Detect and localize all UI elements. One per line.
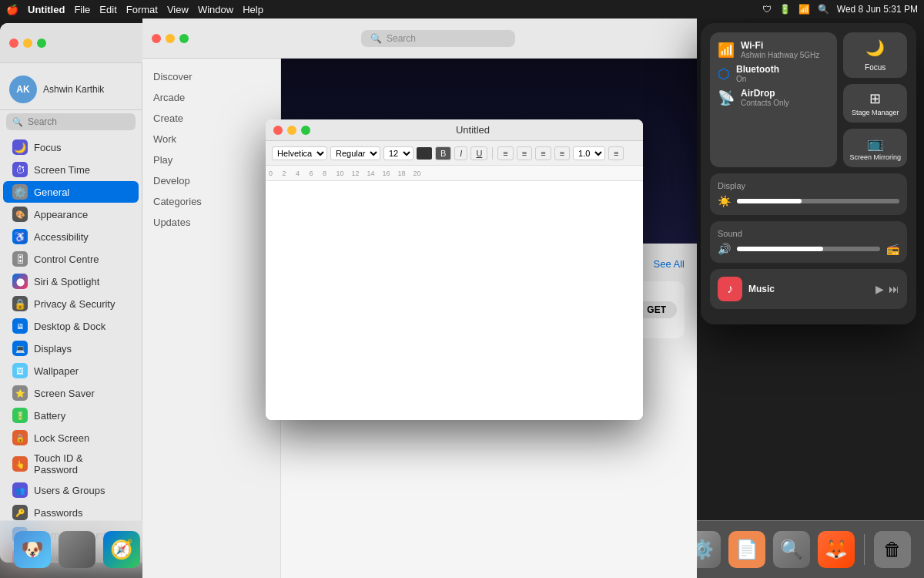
textedit-titlebar: Untitled xyxy=(266,119,643,141)
menu-file[interactable]: File xyxy=(74,4,90,15)
as-sidebar-updates[interactable]: Updates xyxy=(142,212,280,233)
textedit-minimize[interactable] xyxy=(287,126,296,135)
cc-airdrop-row[interactable]: 📡 AirDrop Contacts Only xyxy=(718,88,829,107)
as-sidebar-categories[interactable]: Categories xyxy=(142,191,280,212)
as-search-container[interactable]: 🔍 Search xyxy=(361,30,515,47)
sidebar-item-desktop[interactable]: 🖥 Desktop & Dock xyxy=(3,315,139,337)
align-justify[interactable]: ≡ xyxy=(554,146,570,160)
sidebar-item-accessibility[interactable]: ♿ Accessibility xyxy=(3,226,139,247)
close-button[interactable] xyxy=(9,39,18,48)
sidebar-item-focus[interactable]: 🌙 Focus xyxy=(3,136,139,158)
dock-item-trash[interactable]: 🗑 xyxy=(872,529,912,570)
airdrop-icon: 📡 xyxy=(718,89,735,106)
as-sidebar-play[interactable]: Play xyxy=(142,150,280,170)
menu-view[interactable]: View xyxy=(167,4,189,15)
text-color-picker[interactable] xyxy=(417,147,432,160)
menubar-left: 🍎 Untitled File Edit Format View Window … xyxy=(6,4,263,15)
displays-icon: 💻 xyxy=(12,341,28,356)
sidebar-item-control-centre[interactable]: 🎛 Control Centre xyxy=(3,248,139,270)
volume-slider[interactable] xyxy=(737,247,880,251)
sidebar-item-siri[interactable]: ⬤ Siri & Spotlight xyxy=(3,271,139,292)
as-sidebar-arcade[interactable]: Arcade xyxy=(142,87,280,108)
sidebar-item-battery[interactable]: 🔋 Battery xyxy=(3,405,139,426)
cc-right-tiles: 🌙 Focus ⊞ Stage Manager 📺 Screen Mirrori… xyxy=(843,32,907,167)
align-right[interactable]: ≡ xyxy=(535,146,551,160)
menu-help[interactable]: Help xyxy=(243,4,263,15)
textedit-title: Untitled xyxy=(310,124,635,136)
sidebar-item-lock-screen[interactable]: 🔒 Lock Screen xyxy=(3,427,139,449)
cc-wifi-row[interactable]: 📶 Wi-Fi Ashwin Hathway 5GHz xyxy=(718,40,829,59)
sidebar-item-general[interactable]: ⚙️ General xyxy=(3,181,139,203)
as-maximize[interactable] xyxy=(179,34,189,43)
sidebar-search[interactable]: 🔍 xyxy=(6,113,136,130)
align-left[interactable]: ≡ xyxy=(497,146,513,160)
dock-item-spotlight[interactable]: 🔍 xyxy=(772,529,812,570)
sidebar-item-privacy[interactable]: 🔒 Privacy & Security xyxy=(3,293,139,314)
as-minimize[interactable] xyxy=(166,34,175,43)
dock-item-pages[interactable]: 📄 xyxy=(727,529,767,570)
cc-bluetooth-row[interactable]: ⬡ Bluetooth On xyxy=(718,64,829,83)
sidebar-item-screen-time[interactable]: ⏱ Screen Time xyxy=(3,159,139,180)
as-sidebar-create[interactable]: Create xyxy=(142,108,280,129)
appearance-icon: 🎨 xyxy=(12,207,28,222)
bold-button[interactable]: B xyxy=(435,146,451,160)
dock-item-safari[interactable]: 🧭 xyxy=(102,529,142,570)
stage-manager-icon: ⊞ xyxy=(869,90,881,107)
menu-edit[interactable]: Edit xyxy=(99,4,116,15)
brightness-slider[interactable] xyxy=(737,199,899,203)
menu-window[interactable]: Window xyxy=(198,4,233,15)
sidebar-item-wallpaper[interactable]: 🖼 Wallpaper xyxy=(3,360,139,381)
wifi-icon: 📶 xyxy=(718,42,735,59)
font-size-select[interactable]: 12 xyxy=(383,146,413,160)
search-icon[interactable]: 🔍 xyxy=(818,4,829,15)
dock-item-launchpad[interactable] xyxy=(57,529,97,570)
textedit-maximize[interactable] xyxy=(301,126,310,135)
airplay-icon[interactable]: 📻 xyxy=(886,243,899,255)
minimize-button[interactable] xyxy=(23,39,32,48)
apple-menu[interactable]: 🍎 xyxy=(6,4,18,15)
textedit-content-area[interactable] xyxy=(266,181,643,420)
app-name[interactable]: Untitled xyxy=(28,4,65,15)
align-center[interactable]: ≡ xyxy=(517,146,532,160)
user-profile[interactable]: AK Ashwin Karthik xyxy=(0,69,142,110)
privacy-icon: 🔒 xyxy=(12,296,28,311)
cc-screen-mirror-tile[interactable]: 📺 Screen Mirroring xyxy=(843,129,907,167)
cc-focus-tile[interactable]: 🌙 Focus xyxy=(843,32,907,78)
see-all-link[interactable]: See All xyxy=(654,258,685,270)
italic-button[interactable]: I xyxy=(454,146,467,160)
sidebar-label-screen-time: Screen Time xyxy=(34,164,90,176)
play-button[interactable]: ▶ xyxy=(875,283,884,295)
dock-item-firefox[interactable]: 🦊 xyxy=(816,529,856,570)
font-family-select[interactable]: Helvetica xyxy=(272,146,327,160)
underline-button[interactable]: U xyxy=(470,146,487,160)
as-close[interactable] xyxy=(152,34,161,43)
font-style-select[interactable]: Regular xyxy=(330,146,380,160)
more-options[interactable]: ≡ xyxy=(608,146,624,160)
control-center-panel: 📶 Wi-Fi Ashwin Hathway 5GHz ⬡ Bluetooth … xyxy=(701,23,916,324)
cc-stage-tile[interactable]: ⊞ Stage Manager xyxy=(843,84,907,123)
sidebar-item-appearance[interactable]: 🎨 Appearance xyxy=(3,203,139,225)
as-search-bar[interactable]: 🔍 Search xyxy=(189,30,688,47)
sidebar-item-displays[interactable]: 💻 Displays xyxy=(3,338,139,359)
wifi-status-icon[interactable]: 📶 xyxy=(798,4,810,15)
music-tile: ♪ Music ▶ ⏭ xyxy=(718,277,899,301)
sidebar-item-users[interactable]: 👥 Users & Groups xyxy=(3,479,139,501)
dock-item-finder[interactable]: 🐶 xyxy=(12,529,52,570)
as-sidebar-work[interactable]: Work xyxy=(142,129,280,150)
sidebar-label-screensaver: Screen Saver xyxy=(34,388,95,399)
firefox-icon: 🦊 xyxy=(818,531,855,568)
line-spacing-select[interactable]: 1.0 xyxy=(573,146,605,160)
music-label: Music xyxy=(748,284,869,294)
avatar: AK xyxy=(9,76,37,103)
menu-format[interactable]: Format xyxy=(126,4,158,15)
sidebar-item-screensaver[interactable]: ⭐ Screen Saver xyxy=(3,382,139,404)
stage-manager-label: Stage Manager xyxy=(852,109,899,116)
bluetooth-icon: ⬡ xyxy=(718,66,730,82)
maximize-button[interactable] xyxy=(37,39,46,48)
as-sidebar-develop[interactable]: Develop xyxy=(142,170,280,191)
textedit-close[interactable] xyxy=(273,126,283,135)
sidebar-item-touchid[interactable]: 👆 Touch ID & Password xyxy=(3,449,139,479)
fast-forward-button[interactable]: ⏭ xyxy=(889,283,899,295)
search-input[interactable] xyxy=(28,116,129,127)
as-sidebar-discover[interactable]: Discover xyxy=(142,66,280,87)
